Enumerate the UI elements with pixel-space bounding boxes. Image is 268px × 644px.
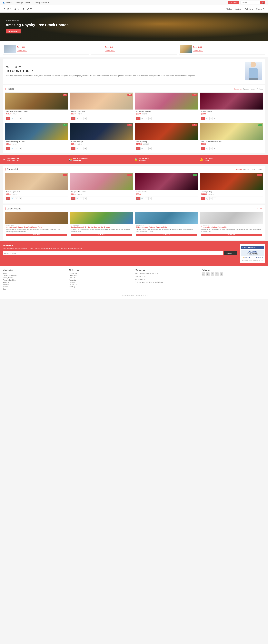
search-input[interactable] — [241, 1, 260, 4]
wishlist-btn-1[interactable]: ♡ — [80, 117, 83, 120]
compare-btn-5[interactable]: ⇄ — [84, 147, 87, 150]
canvas-compare-btn-3[interactable]: ⇄ — [213, 197, 216, 200]
canvas-wishlist-btn-3[interactable]: ♡ — [209, 197, 213, 200]
language-selector[interactable]: Language English ▾ — [16, 2, 30, 4]
nav-photos[interactable]: Photos — [226, 8, 232, 10]
canvas-wishlist-btn-0[interactable]: ♡ — [15, 197, 18, 200]
quick-view-btn-6[interactable]: 🔍 — [140, 147, 144, 150]
cart-button[interactable]: 🛒 0 item(s) — [228, 1, 239, 4]
newsletter-email-input[interactable] — [3, 251, 223, 255]
footer-link-delivery[interactable]: Delivery information — [3, 275, 66, 276]
feature-box-btn-2[interactable]: SHOP NOW — [105, 49, 115, 52]
canvas-cart-btn-3[interactable]: 🛒 — [201, 197, 205, 200]
footer-link-order-history[interactable]: Order History — [69, 275, 133, 276]
footer-link-brands[interactable]: Brands — [3, 286, 66, 288]
footer-link-my-account[interactable]: My Account — [69, 272, 133, 274]
quick-view-btn-7[interactable]: 🔍 — [205, 147, 209, 150]
search-button[interactable]: 🔍 — [260, 1, 265, 4]
newsletter-subscribe-button[interactable]: SUBSCRIBE — [224, 251, 237, 255]
wishlist-btn-0[interactable]: ♡ — [15, 117, 18, 120]
feature-box-btn-1[interactable]: SHOP NOW — [17, 49, 27, 52]
compare-btn-1[interactable]: ⇄ — [84, 117, 87, 120]
article-title-2[interactable]: 5 Most Common Mistakes Managers Make — [135, 226, 198, 228]
compare-btn-7[interactable]: ⇄ — [213, 147, 216, 150]
add-to-cart-btn-3[interactable]: 🛒 — [201, 117, 205, 120]
canvas-view-btn-2[interactable]: 🔍 — [140, 197, 144, 200]
tab-canvas-latest[interactable]: Latest — [251, 168, 255, 170]
add-to-cart-btn-2[interactable]: 🛒 — [136, 117, 140, 120]
wishlist-btn-4[interactable]: ♡ — [15, 147, 18, 150]
compare-btn-2[interactable]: ⇄ — [148, 117, 151, 120]
article-btn-2[interactable]: READ MORE — [136, 234, 197, 236]
wishlist-btn-7[interactable]: ♡ — [209, 147, 213, 150]
social-twitter[interactable]: T — [215, 272, 219, 276]
quick-view-btn-3[interactable]: 🔍 — [205, 117, 209, 120]
footer-link-contact-us[interactable]: Contact Us — [69, 284, 133, 286]
footer-link-terms[interactable]: Terms & Conditions — [3, 279, 66, 281]
canvas-cart-btn-0[interactable]: 🛒 — [6, 197, 10, 200]
social-facebook[interactable]: f — [220, 272, 223, 276]
article-btn-3[interactable]: READ MORE — [201, 234, 262, 236]
canvas-view-btn-0[interactable]: 🔍 — [10, 197, 14, 200]
account-dropdown[interactable]: 👤 Account ▾ — [3, 2, 12, 4]
add-to-cart-btn-4[interactable]: 🛒 — [6, 147, 10, 150]
canvas-view-btn-1[interactable]: 🔍 — [76, 197, 79, 200]
add-to-cart-btn-7[interactable]: 🛒 — [201, 147, 205, 150]
footer-link-about[interactable]: About — [3, 272, 66, 274]
add-to-cart-btn-0[interactable]: 🛒 — [6, 117, 10, 120]
social-rss[interactable]: in — [206, 272, 210, 276]
tab-canvas-bestsellers[interactable]: Bestsellers — [234, 168, 242, 170]
canvas-wishlist-btn-2[interactable]: ♡ — [145, 197, 148, 200]
quick-view-btn-4[interactable]: 🔍 — [10, 147, 14, 150]
compare-btn-4[interactable]: ⇄ — [18, 147, 22, 150]
footer-link-wishlist[interactable]: Wish List — [69, 277, 133, 278]
footer-link-newsletter[interactable]: Newsletter — [69, 279, 133, 281]
add-to-cart-btn-5[interactable]: 🛒 — [71, 147, 75, 150]
see-all-link[interactable]: SEE ALL — [257, 208, 263, 210]
social-googleplus[interactable]: G+ — [202, 272, 205, 276]
canvas-cart-btn-2[interactable]: 🛒 — [136, 197, 140, 200]
compare-btn-6[interactable]: ⇄ — [148, 147, 151, 150]
add-to-cart-btn-1[interactable]: 🛒 — [71, 117, 75, 120]
hero-prev-arrow[interactable]: ‹ — [1, 25, 2, 28]
quick-view-btn-5[interactable]: 🔍 — [76, 147, 79, 150]
footer-link-specials[interactable]: Specials — [3, 284, 66, 286]
nav-canvas-art[interactable]: Canvas Art — [256, 8, 265, 10]
canvas-view-btn-3[interactable]: 🔍 — [205, 197, 209, 200]
tab-canvas-specials[interactable]: Specials — [243, 168, 249, 170]
currency-selector[interactable]: Currency US Dollar ▾ — [34, 2, 49, 4]
article-title-0[interactable]: Going Green Is Simpler Than Most People … — [5, 226, 68, 228]
canvas-compare-btn-0[interactable]: ⇄ — [18, 197, 22, 200]
nav-wall-signs[interactable]: Wall signs — [245, 8, 253, 10]
wishlist-btn-3[interactable]: ♡ — [209, 117, 213, 120]
hero-shop-button[interactable]: SHOP NOW! — [6, 29, 20, 34]
tab-photos-bestsellers[interactable]: Bestsellers — [234, 88, 242, 90]
tab-canvas-featured[interactable]: Featured — [257, 168, 263, 170]
social-pinterest[interactable]: P — [211, 272, 214, 276]
canvas-cart-btn-1[interactable]: 🛒 — [71, 197, 75, 200]
article-title-1[interactable]: Feeling Stressed? Try the One Joke per D… — [70, 226, 133, 228]
quick-view-btn-1[interactable]: 🔍 — [76, 117, 79, 120]
tab-photos-featured[interactable]: Featured — [257, 88, 263, 90]
tab-photos-specials[interactable]: Specials — [243, 88, 249, 90]
canvas-compare-btn-1[interactable]: ⇄ — [84, 197, 87, 200]
footer-link-privacy[interactable]: Privacy Policy — [3, 277, 66, 278]
quick-view-btn-0[interactable]: 🔍 — [10, 117, 14, 120]
nav-vectors[interactable]: Vectors — [235, 8, 241, 10]
canvas-compare-btn-2[interactable]: ⇄ — [148, 197, 151, 200]
fb-show-now[interactable]: Show Now — [256, 257, 263, 258]
compare-btn-3[interactable]: ⇄ — [213, 117, 216, 120]
wishlist-btn-5[interactable]: ♡ — [80, 147, 83, 150]
footer-link-sitemap[interactable]: Site Map — [69, 286, 133, 288]
wishlist-btn-6[interactable]: ♡ — [145, 147, 148, 150]
add-to-cart-btn-6[interactable]: 🛒 — [136, 147, 140, 150]
canvas-wishlist-btn-1[interactable]: ♡ — [80, 197, 83, 200]
tab-photos-latest[interactable]: Latest — [251, 88, 255, 90]
article-btn-0[interactable]: READ MORE — [6, 234, 67, 236]
feature-box-btn-3[interactable]: SHOP NOW — [193, 49, 203, 52]
footer-link-blog[interactable]: Blog — [3, 288, 66, 290]
footer-link-returns[interactable]: Returns — [69, 282, 133, 283]
hero-next-arrow[interactable]: › — [266, 25, 267, 28]
article-btn-1[interactable]: READ MORE — [71, 234, 132, 236]
wishlist-btn-2[interactable]: ♡ — [145, 117, 148, 120]
